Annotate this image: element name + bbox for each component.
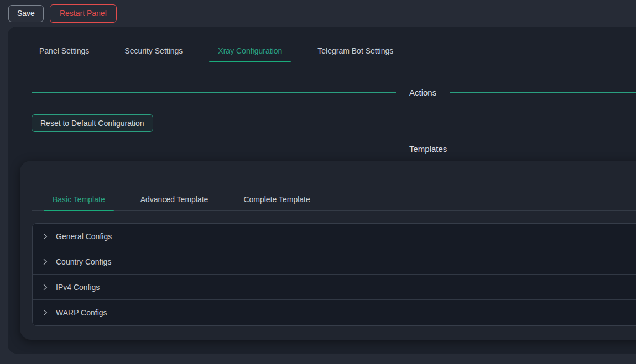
collapse-label: General Configs bbox=[56, 232, 112, 241]
templates-card: Basic Template Advanced Template Complet… bbox=[20, 161, 636, 340]
divider-line bbox=[32, 92, 396, 93]
actions-divider-title: Actions bbox=[409, 88, 436, 97]
collapse-label: Country Configs bbox=[56, 257, 111, 266]
config-collapse-group: General Configs Country Configs IPv4 Con… bbox=[32, 223, 636, 326]
collapse-warp-configs[interactable]: WARP Configs bbox=[33, 300, 636, 325]
save-button[interactable]: Save bbox=[8, 5, 44, 22]
settings-card: Panel Settings Security Settings Xray Co… bbox=[8, 27, 636, 354]
main-tab-bar: Panel Settings Security Settings Xray Co… bbox=[21, 40, 636, 62]
restart-panel-button[interactable]: Restart Panel bbox=[50, 4, 117, 23]
collapse-country-configs[interactable]: Country Configs bbox=[33, 249, 636, 275]
divider-line bbox=[460, 149, 636, 149]
chevron-right-icon bbox=[41, 233, 49, 240]
template-tab-bar: Basic Template Advanced Template Complet… bbox=[32, 161, 636, 211]
tab-telegram-bot-settings[interactable]: Telegram Bot Settings bbox=[309, 40, 402, 62]
tab-basic-template[interactable]: Basic Template bbox=[44, 188, 114, 210]
tab-complete-template[interactable]: Complete Template bbox=[234, 188, 319, 210]
collapse-general-configs[interactable]: General Configs bbox=[33, 224, 636, 249]
collapse-label: IPv4 Configs bbox=[56, 283, 100, 292]
templates-divider: Templates bbox=[32, 144, 636, 154]
topbar: Save Restart Panel bbox=[0, 0, 636, 27]
templates-divider-title: Templates bbox=[409, 144, 447, 154]
chevron-right-icon bbox=[41, 309, 49, 316]
tab-advanced-template[interactable]: Advanced Template bbox=[132, 188, 217, 210]
divider-line bbox=[450, 92, 636, 93]
chevron-right-icon bbox=[41, 283, 49, 291]
actions-divider: Actions bbox=[32, 88, 636, 97]
collapse-label: WARP Configs bbox=[56, 308, 107, 317]
collapse-ipv4-configs[interactable]: IPv4 Configs bbox=[33, 275, 636, 300]
tab-xray-configuration[interactable]: Xray Configuration bbox=[209, 40, 291, 62]
chevron-right-icon bbox=[41, 258, 49, 266]
reset-default-configuration-button[interactable]: Reset to Default Configuration bbox=[32, 114, 153, 132]
tab-content: Actions Reset to Default Configuration T… bbox=[8, 88, 636, 154]
divider-line bbox=[32, 149, 396, 149]
tab-security-settings[interactable]: Security Settings bbox=[116, 40, 191, 62]
tab-panel-settings[interactable]: Panel Settings bbox=[30, 40, 98, 62]
